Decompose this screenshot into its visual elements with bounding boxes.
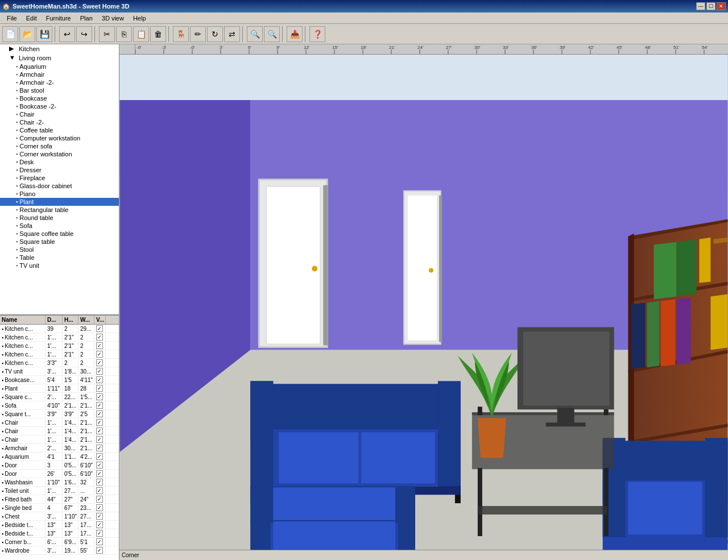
table-row[interactable]: ▪Bedside t... 13" 13" 17...	[0, 529, 119, 538]
table-row[interactable]: ▪Aquarium 4'1 1'1... 4'2...	[0, 453, 119, 461]
visibility-checkbox[interactable]	[96, 530, 103, 537]
toolbar-editfurniture[interactable]: ✏	[190, 26, 206, 42]
table-row[interactable]: ▪Square t... 3'9" 3'9" 2'5	[0, 410, 119, 418]
visibility-checkbox[interactable]	[96, 410, 103, 417]
toolbar-undo[interactable]: ↩	[59, 26, 75, 42]
table-row[interactable]: ▪Kitchen c... 1'... 2'1" 2	[0, 342, 119, 350]
toolbar-delete[interactable]: 🗑	[150, 26, 166, 42]
menu-help[interactable]: Help	[129, 14, 151, 23]
visibility-checkbox[interactable]	[96, 393, 103, 400]
tree-item-squarecoffeetable[interactable]: ▪ Square coffee table	[0, 230, 119, 238]
visibility-checkbox[interactable]	[96, 436, 103, 443]
toolbar-mirror[interactable]: ⇄	[224, 26, 240, 42]
tree-item-squaretable[interactable]: ▪ Square table	[0, 238, 119, 246]
visibility-checkbox[interactable]	[96, 462, 103, 468]
menu-3dview[interactable]: 3D view	[97, 14, 129, 23]
table-row[interactable]: ▪Bookcase... 5'4 1'5 4'11"	[0, 376, 119, 384]
visibility-checkbox[interactable]	[96, 368, 103, 375]
visibility-checkbox[interactable]	[96, 547, 103, 554]
tree-item-dresser[interactable]: ▪ Dresser	[0, 166, 119, 174]
tree-item-armchair2[interactable]: ▪ Armchair -2-	[0, 78, 119, 86]
tree-item-chair2[interactable]: ▪ Chair -2-	[0, 118, 119, 126]
table-row[interactable]: ▪Door 26' 0'5... 6'10"	[0, 470, 119, 478]
table-row[interactable]: ▪Sofa 4'10" 2'1... 2'1...	[0, 401, 119, 410]
toolbar-paste[interactable]: 📋	[133, 26, 149, 42]
toolbar-open[interactable]: 📂	[19, 26, 35, 42]
visibility-checkbox[interactable]	[96, 359, 103, 366]
close-button[interactable]: ✕	[717, 2, 726, 10]
table-row[interactable]: ▪Chair 1'... 1'4... 2'1...	[0, 427, 119, 435]
visibility-checkbox[interactable]	[96, 479, 103, 486]
tree-item-piano[interactable]: ▪ Piano	[0, 190, 119, 198]
canvas-3d[interactable]	[119, 55, 728, 560]
tree-item-glassdoor[interactable]: ▪ Glass-door cabinet	[0, 182, 119, 190]
table-row[interactable]: ▪Door 3 0'5... 6'10"	[0, 461, 119, 470]
tree-item-livingroom[interactable]: ▼ Living room	[0, 53, 119, 63]
tree-item-rectabletable[interactable]: ▪ Rectangular table	[0, 206, 119, 214]
visibility-checkbox[interactable]	[96, 351, 103, 358]
toolbar-zoom-in[interactable]: 🔍	[247, 26, 263, 42]
table-row[interactable]: ▪Single bed 4 67" 23...	[0, 504, 119, 512]
tree-item-kitchen[interactable]: ▶ Kitchen	[0, 44, 119, 53]
visibility-checkbox[interactable]	[96, 487, 103, 494]
toolbar-cut[interactable]: ✂	[99, 26, 115, 42]
visibility-checkbox[interactable]	[96, 402, 103, 409]
table-row[interactable]: ▪Toilet unit 1'... 27... ...	[0, 487, 119, 495]
table-row[interactable]: ▪Kitchen c... 39 2 29...	[0, 325, 119, 333]
toolbar-rotate[interactable]: ↻	[207, 26, 223, 42]
toolbar-save[interactable]: 💾	[36, 26, 52, 42]
toolbar-import[interactable]: 📥	[287, 26, 303, 42]
tree-item-desk[interactable]: ▪ Desk	[0, 158, 119, 166]
table-row[interactable]: ▪Washbasin 1'10" 1'6... 32	[0, 478, 119, 487]
tree-item-aquarium[interactable]: ▪ Aquarium	[0, 63, 119, 70]
visibility-checkbox[interactable]	[96, 419, 103, 426]
table-row[interactable]: ▪Chair 1'... 1'4... 2'1...	[0, 418, 119, 427]
tree-item-sofa[interactable]: ▪ Sofa	[0, 222, 119, 230]
table-row[interactable]: ▪Corner b... 6'... 6'9... 5'1	[0, 538, 119, 546]
tree-item-roundtable[interactable]: ▪ Round table	[0, 214, 119, 222]
toolbar-help[interactable]: ❓	[309, 26, 325, 42]
table-row[interactable]: ▪Kitchen c... 1'... 2'1" 2	[0, 333, 119, 342]
visibility-checkbox[interactable]	[96, 342, 103, 349]
tree-item-barstool[interactable]: ▪ Bar stool	[0, 86, 119, 94]
visibility-checkbox[interactable]	[96, 376, 103, 383]
tree-item-computerworkstation[interactable]: ▪ Computer workstation	[0, 134, 119, 142]
titlebar-controls[interactable]: — ☐ ✕	[696, 2, 726, 10]
visibility-checkbox[interactable]	[96, 538, 103, 545]
visibility-checkbox[interactable]	[96, 453, 103, 460]
toolbar-zoom-out[interactable]: 🔍	[264, 26, 280, 42]
table-row[interactable]: ▪Fitted bath 44" 27" 24"	[0, 495, 119, 504]
table-row[interactable]: ▪Kitchen c... 1'... 2'1" 2	[0, 350, 119, 359]
table-row[interactable]: ▪Chest 3'... 1'10" 27...	[0, 512, 119, 521]
menu-furniture[interactable]: Furniture	[42, 14, 76, 23]
table-row[interactable]: ▪Kitchen c... 3'3" 2 2	[0, 359, 119, 367]
visibility-checkbox[interactable]	[96, 470, 103, 477]
menu-file[interactable]: File	[2, 14, 22, 23]
tree-item-coffeetable[interactable]: ▪ Coffee table	[0, 126, 119, 134]
tree-item-plant[interactable]: ▪ Plant	[0, 198, 119, 206]
visibility-checkbox[interactable]	[96, 513, 103, 520]
menu-plan[interactable]: Plan	[76, 14, 97, 23]
table-row[interactable]: ▪Wardrobe 3'... 19... 55'	[0, 546, 119, 555]
minimize-button[interactable]: —	[696, 2, 705, 10]
tree-item-armchair[interactable]: ▪ Armchair	[0, 70, 119, 78]
table-row[interactable]: ▪Chair 1'... 1'4... 2'1...	[0, 435, 119, 444]
visibility-checkbox[interactable]	[96, 504, 103, 511]
visibility-checkbox[interactable]	[96, 385, 103, 392]
tree-view[interactable]: ▶ Kitchen ▼ Living room ▪ Aquarium ▪ Arm…	[0, 44, 119, 316]
toolbar-copy[interactable]: ⎘	[116, 26, 132, 42]
tree-item-fireplace[interactable]: ▪ Fireplace	[0, 174, 119, 182]
tree-item-bookcase2[interactable]: ▪ Bookcase -2-	[0, 102, 119, 110]
visibility-checkbox[interactable]	[96, 428, 103, 434]
toolbar-addfurniture[interactable]: 🪑	[173, 26, 189, 42]
tree-item-cornerworkstation[interactable]: ▪ Corner workstation	[0, 150, 119, 158]
table-row[interactable]: ▪Plant 1'11" 18 28	[0, 384, 119, 393]
table-row[interactable]: ▪Bedside t... 13" 13" 17...	[0, 521, 119, 529]
visibility-checkbox[interactable]	[96, 521, 103, 528]
toolbar-new[interactable]: 📄	[2, 26, 18, 42]
visibility-checkbox[interactable]	[96, 334, 103, 341]
tree-item-tvunit[interactable]: ▪ TV unit	[0, 262, 119, 269]
tree-item-table[interactable]: ▪ Table	[0, 254, 119, 262]
table-row[interactable]: ▪TV unit 3'... 1'8... 30...	[0, 367, 119, 376]
menu-edit[interactable]: Edit	[22, 14, 42, 23]
